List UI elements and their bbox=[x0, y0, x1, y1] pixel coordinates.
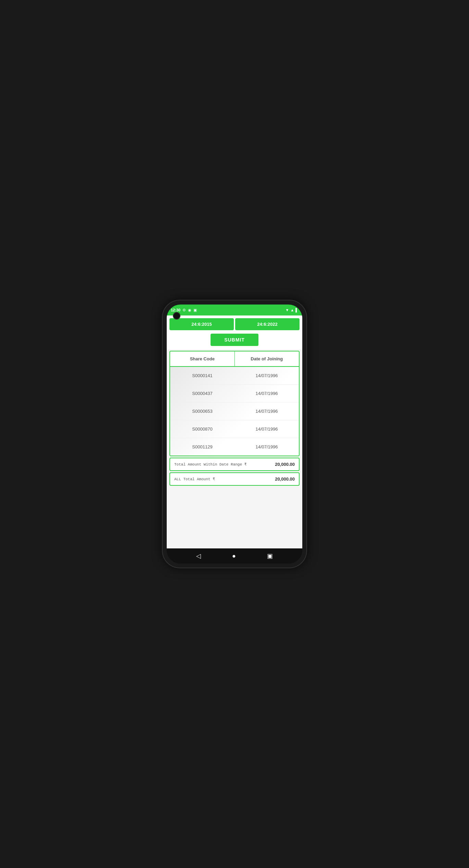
home-button[interactable]: ● bbox=[232, 553, 236, 560]
share-code-1: S0000141 bbox=[170, 372, 234, 380]
status-left: 12:30 ⚙ ◉ ▣ bbox=[171, 308, 197, 312]
status-right: ▼ ▲ ▌ bbox=[285, 308, 298, 312]
nav-bar: ◁ ● ▣ bbox=[167, 548, 302, 563]
submit-area: SUBMIT bbox=[167, 330, 302, 349]
date-joining-4: 14/07/1996 bbox=[234, 425, 299, 433]
all-total-row: ALL Total Amount ₹ 20,000.00 bbox=[169, 472, 300, 486]
phone-screen: 12:30 ⚙ ◉ ▣ ▼ ▲ ▌ 24:6:2015 24:6:2022 SU… bbox=[167, 305, 302, 563]
phone-frame: 12:30 ⚙ ◉ ▣ ▼ ▲ ▌ 24:6:2015 24:6:2022 SU… bbox=[163, 300, 306, 568]
header-date-joining: Date of Joining bbox=[235, 351, 299, 366]
range-total-label: Total Amount Within Date Range ₹ bbox=[174, 462, 246, 467]
back-button[interactable]: ◁ bbox=[196, 552, 201, 560]
table-row: S0000141 14/07/1996 bbox=[170, 367, 299, 385]
share-code-2: S0000437 bbox=[170, 389, 234, 397]
status-bar: 12:30 ⚙ ◉ ▣ ▼ ▲ ▌ bbox=[167, 305, 302, 315]
screen-content: 24:6:2015 24:6:2022 SUBMIT Share Code Da… bbox=[167, 315, 302, 548]
signal-icon: ▲ bbox=[290, 308, 294, 312]
data-table: Share Code Date of Joining S0000141 14/0… bbox=[169, 351, 300, 456]
date-joining-5: 14/07/1996 bbox=[234, 443, 299, 451]
share-code-5: S0001129 bbox=[170, 443, 234, 451]
all-total-value: 20,000.00 bbox=[275, 476, 295, 482]
sim-icon: ▣ bbox=[193, 308, 197, 312]
submit-button[interactable]: SUBMIT bbox=[211, 334, 258, 346]
end-date-button[interactable]: 24:6:2022 bbox=[235, 318, 300, 330]
wifi-icon: ▼ bbox=[285, 308, 289, 312]
table-row: S0000870 14/07/1996 bbox=[170, 420, 299, 438]
header-share-code: Share Code bbox=[170, 351, 235, 366]
share-code-4: S0000870 bbox=[170, 425, 234, 433]
table-body: S0000141 14/07/1996 S0000437 14/07/1996 … bbox=[170, 367, 299, 456]
date-buttons-row: 24:6:2015 24:6:2022 bbox=[167, 315, 302, 330]
battery-icon: ▌ bbox=[295, 308, 298, 312]
start-date-button[interactable]: 24:6:2015 bbox=[169, 318, 234, 330]
share-code-3: S0000653 bbox=[170, 407, 234, 415]
recents-button[interactable]: ▣ bbox=[267, 552, 273, 560]
status-time: 12:30 bbox=[171, 308, 180, 312]
all-total-label: ALL Total Amount ₹ bbox=[174, 477, 215, 481]
date-joining-2: 14/07/1996 bbox=[234, 389, 299, 397]
camera-notch bbox=[173, 312, 180, 320]
range-total-value: 20,000.00 bbox=[275, 462, 295, 467]
table-row: S0000653 14/07/1996 bbox=[170, 402, 299, 420]
date-joining-3: 14/07/1996 bbox=[234, 407, 299, 415]
shield-icon: ◉ bbox=[188, 308, 191, 312]
range-total-row: Total Amount Within Date Range ₹ 20,000.… bbox=[169, 458, 300, 471]
table-row: S0000437 14/07/1996 bbox=[170, 385, 299, 402]
settings-icon: ⚙ bbox=[182, 308, 186, 312]
table-row: S0001129 14/07/1996 bbox=[170, 438, 299, 456]
table-header: Share Code Date of Joining bbox=[170, 351, 299, 367]
date-joining-1: 14/07/1996 bbox=[234, 372, 299, 380]
